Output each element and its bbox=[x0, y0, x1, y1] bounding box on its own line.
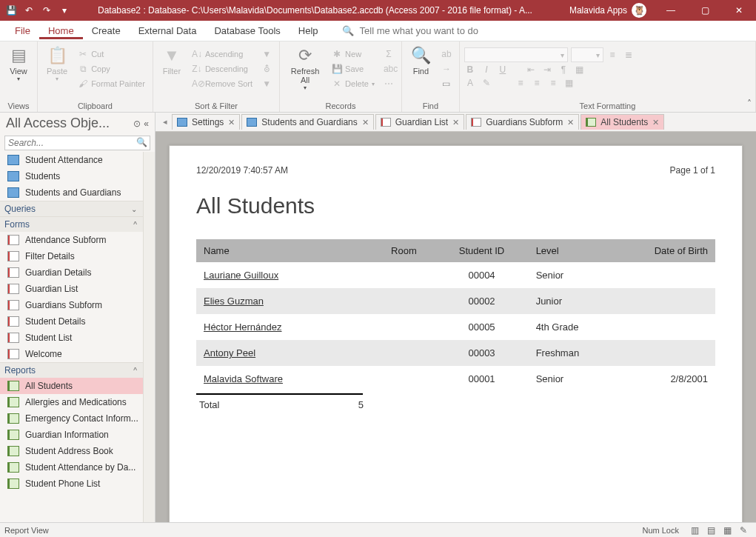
numbering-icon[interactable]: ≣ bbox=[623, 50, 635, 60]
maximize-button[interactable]: ▢ bbox=[688, 0, 722, 21]
nav-form-item[interactable]: Guardian Details bbox=[0, 264, 143, 281]
tab-file[interactable]: File bbox=[6, 22, 39, 39]
filter-button[interactable]: ▼ Filter bbox=[158, 44, 186, 77]
tab-external-data[interactable]: External Data bbox=[130, 22, 206, 39]
ltr-icon[interactable]: ¶ bbox=[558, 64, 569, 75]
selection-button[interactable]: ▼ bbox=[258, 47, 275, 61]
nav-form-item[interactable]: Welcome bbox=[0, 346, 143, 362]
nav-scrollbar[interactable] bbox=[143, 152, 155, 522]
doctab-guardian-list[interactable]: Guardian List✕ bbox=[375, 114, 464, 130]
nav-search-input[interactable] bbox=[4, 136, 150, 150]
nav-form-item[interactable]: Student List bbox=[0, 330, 143, 346]
tabs-scroll-left[interactable]: ◂ bbox=[158, 117, 172, 127]
close-tab-icon[interactable]: ✕ bbox=[452, 118, 459, 127]
view-print-icon[interactable]: ▤ bbox=[703, 525, 719, 536]
refresh-all-button[interactable]: ⟳ Refresh All▾ bbox=[284, 44, 326, 93]
replace-button[interactable]: ab bbox=[438, 47, 455, 61]
indent-decrease-icon[interactable]: ⇤ bbox=[525, 64, 537, 75]
close-tab-icon[interactable]: ✕ bbox=[567, 118, 574, 127]
nav-title[interactable]: All Access Obje... ⊙« bbox=[0, 113, 155, 134]
nav-form-item[interactable]: Filter Details bbox=[0, 248, 143, 264]
toggle-filter-button[interactable]: ▼ bbox=[258, 77, 275, 90]
close-tab-icon[interactable]: ✕ bbox=[228, 118, 235, 127]
tab-home[interactable]: Home bbox=[39, 22, 83, 39]
nav-report-item[interactable]: All Students bbox=[0, 378, 143, 394]
nav-report-item[interactable]: Student Attendance by Da... bbox=[0, 459, 143, 476]
nav-table-item[interactable]: Students bbox=[0, 168, 143, 184]
doctab-students-guardians[interactable]: Students and Guardians✕ bbox=[241, 114, 373, 130]
nav-report-item[interactable]: Allergies and Medications bbox=[0, 394, 143, 410]
highlight-icon[interactable]: ✎ bbox=[481, 78, 492, 88]
view-design-icon[interactable]: ✎ bbox=[735, 525, 752, 536]
close-tab-icon[interactable]: ✕ bbox=[362, 118, 369, 127]
table-row[interactable]: Lauriane Guilloux00004Senior bbox=[196, 262, 715, 288]
tell-me-search[interactable]: 🔍 Tell me what you want to do bbox=[342, 25, 478, 36]
nav-report-item[interactable]: Emergency Contact Inform... bbox=[0, 410, 143, 427]
close-button[interactable]: ✕ bbox=[722, 0, 756, 21]
save-record-button[interactable]: 💾Save bbox=[329, 62, 378, 76]
undo-icon[interactable]: ↶ bbox=[22, 4, 36, 17]
view-report-icon[interactable]: ▥ bbox=[686, 525, 703, 536]
font-color-icon[interactable]: A bbox=[464, 78, 476, 88]
indent-increase-icon[interactable]: ⇥ bbox=[541, 64, 553, 75]
nav-dropdown-icon[interactable]: ⊙ bbox=[133, 119, 141, 129]
minimize-button[interactable]: — bbox=[654, 0, 688, 21]
nav-table-item[interactable]: Student Attendance bbox=[0, 152, 143, 168]
table-row[interactable]: Elies Guzman00002Junior bbox=[196, 288, 715, 314]
format-painter-button[interactable]: 🖌Format Painter bbox=[75, 77, 148, 90]
align-right-icon[interactable]: ≡ bbox=[547, 78, 559, 88]
nav-form-item[interactable]: Guardian List bbox=[0, 281, 143, 297]
nav-report-item[interactable]: Student Phone List bbox=[0, 476, 143, 492]
close-tab-icon[interactable]: ✕ bbox=[652, 118, 659, 127]
cut-button[interactable]: ✂Cut bbox=[75, 47, 148, 61]
nav-report-item[interactable]: Guardian Information bbox=[0, 427, 143, 443]
descending-button[interactable]: Z↓Descending bbox=[189, 62, 255, 76]
doctab-all-students[interactable]: All Students✕ bbox=[581, 114, 664, 130]
nav-section-forms[interactable]: Forms^ bbox=[0, 216, 143, 232]
save-icon[interactable]: 💾 bbox=[4, 4, 18, 17]
nav-table-item[interactable]: Students and Guardians bbox=[0, 184, 143, 201]
ribbon-collapse-button[interactable]: ˄ bbox=[747, 99, 752, 109]
table-row[interactable]: Malavida Software00001Senior2/8/2001 bbox=[196, 366, 715, 392]
nav-report-item[interactable]: Student Address Book bbox=[0, 443, 143, 459]
redo-icon[interactable]: ↷ bbox=[40, 4, 53, 17]
find-button[interactable]: 🔍 Find bbox=[407, 44, 435, 77]
advanced-filter-button[interactable]: ⛢ bbox=[258, 62, 275, 76]
nav-collapse-icon[interactable]: « bbox=[144, 119, 149, 129]
tab-create[interactable]: Create bbox=[83, 22, 130, 39]
ascending-button[interactable]: A↓Ascending bbox=[189, 47, 255, 61]
paste-button[interactable]: 📋 Paste▾ bbox=[42, 44, 72, 84]
report-viewport[interactable]: 12/20/2019 7:40:57 AM Page 1 of 1 All St… bbox=[155, 132, 756, 522]
search-icon[interactable]: 🔍 bbox=[136, 137, 147, 147]
qat-customize-icon[interactable]: ▾ bbox=[58, 4, 71, 17]
align-center-icon[interactable]: ≡ bbox=[531, 78, 543, 88]
italic-icon[interactable]: I bbox=[481, 64, 492, 75]
underline-icon[interactable]: U bbox=[497, 64, 509, 75]
nav-section-queries[interactable]: Queries⌄ bbox=[0, 201, 143, 216]
font-size-combo[interactable]: ▾ bbox=[571, 47, 603, 62]
select-button[interactable]: ▭ bbox=[438, 77, 455, 90]
doctab-guardians-subform[interactable]: Guardians Subform✕ bbox=[466, 114, 579, 130]
bullets-icon[interactable]: ≡ bbox=[606, 50, 618, 60]
bold-icon[interactable]: B bbox=[464, 64, 476, 75]
font-name-combo[interactable]: ▾ bbox=[464, 47, 568, 62]
tab-help[interactable]: Help bbox=[290, 22, 327, 39]
spelling-button[interactable]: abc bbox=[381, 62, 397, 76]
totals-button[interactable]: Σ bbox=[381, 47, 397, 61]
copy-button[interactable]: ⧉Copy bbox=[75, 62, 148, 76]
tab-database-tools[interactable]: Database Tools bbox=[205, 22, 289, 39]
delete-record-button[interactable]: ✕Delete▾ bbox=[329, 77, 378, 90]
nav-form-item[interactable]: Guardians Subform bbox=[0, 297, 143, 313]
nav-items-scroll[interactable]: Student Attendance Students Students and… bbox=[0, 152, 143, 522]
new-record-button[interactable]: ✱New bbox=[329, 47, 378, 61]
view-button[interactable]: ▤ View▾ bbox=[4, 44, 33, 84]
goto-button[interactable]: → bbox=[438, 62, 455, 76]
nav-form-item[interactable]: Student Details bbox=[0, 313, 143, 330]
nav-form-item[interactable]: Attendance Subform bbox=[0, 232, 143, 248]
remove-sort-button[interactable]: A⊘Remove Sort bbox=[189, 77, 255, 90]
nav-section-reports[interactable]: Reports^ bbox=[0, 362, 143, 378]
view-layout-icon[interactable]: ▦ bbox=[719, 525, 735, 536]
align-left-icon[interactable]: ≡ bbox=[515, 78, 526, 88]
fill-icon[interactable]: ▦ bbox=[574, 64, 586, 75]
gridlines-icon[interactable]: ▦ bbox=[563, 78, 575, 88]
